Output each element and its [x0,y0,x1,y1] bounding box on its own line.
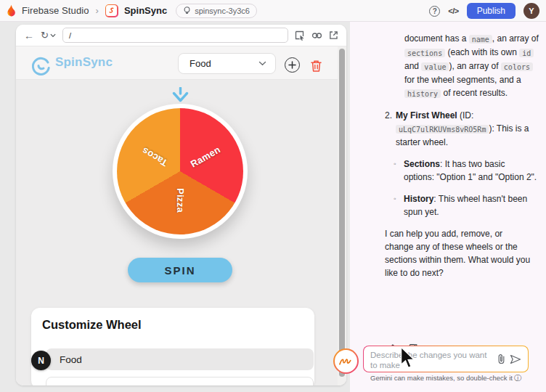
user-avatar[interactable]: Y [523,3,539,19]
code-toggle-icon[interactable]: </> [448,7,458,15]
preview-scrollbar-thumb[interactable] [339,49,345,377]
workspace-badge[interactable]: spinsync-3y3c6 [176,4,257,18]
app-name-title[interactable]: SpinSync [124,5,167,16]
attach-icon[interactable] [497,354,505,364]
wheel-segment-label: Tacos [140,145,170,168]
gemini-agent-avatar [333,348,359,374]
url-input[interactable]: / [62,28,288,43]
customize-wheel-card: Customize Wheel Food N [31,308,314,385]
customize-wheel-title: Customize Wheel [42,318,142,332]
chat-input[interactable]: Describe the changes you want to make [363,346,529,372]
brand-title[interactable]: Firebase Studio [22,5,89,16]
preview-scrollbar-track [338,46,346,385]
preview-area: ← ↻ / [0,22,350,392]
message-text: document has a name, an array of section… [404,33,539,98]
list-marker: 2. [385,109,396,149]
chat-message: ◦Sections: It has two basic options: "Op… [394,158,537,184]
preview-panel: ← ↻ / [16,25,346,385]
chat-input-placeholder: Describe the changes you want to make [370,350,492,370]
message-text: History: This wheel hasn't been spun yet… [404,192,537,219]
wheel-pointer-arrow-icon [172,87,189,105]
inspect-select-icon[interactable] [295,30,305,41]
back-icon[interactable]: ← [24,30,34,41]
firebase-logo-icon [6,4,16,17]
refresh-icon: ↻ [41,30,49,41]
refresh-button[interactable]: ↻ [41,30,56,41]
wheel-segment-label: Ramen [188,144,221,169]
workspace-badge-label: spinsync-3y3c6 [195,7,250,15]
link-icon[interactable] [311,31,322,40]
chat-message: document has a name, an array of section… [404,32,544,100]
wheel-segment-label: Pizza [175,188,186,213]
send-icon[interactable] [510,354,521,364]
mouse-cursor-icon [400,347,415,372]
top-bar: Firebase Studio › SpinSync spinsync-3y3c… [0,0,546,22]
publish-button[interactable]: Publish [467,3,516,19]
help-icon[interactable]: ? [429,6,440,17]
delete-wheel-button[interactable] [310,60,322,73]
chat-message: I can help you add, remove, or change an… [385,227,533,279]
section-input-partial[interactable] [46,377,314,385]
wheel-select-value: Food [190,58,211,69]
balloon-icon [183,7,191,15]
chat-message: 2.My First Wheel (ID: uLqC7ulRKUVms8vRO5… [385,109,534,149]
breadcrumb-separator-icon: › [96,5,99,16]
spinner-wheel[interactable]: RamenPizzaTacos [113,104,248,239]
preview-toolbar: ← ↻ / [16,25,346,46]
chat-message: ◦History: This wheel hasn't been spun ye… [394,192,537,219]
chat-messages: document has a name, an array of section… [385,32,542,288]
chevron-down-icon [50,33,56,38]
wheel-disc: RamenPizzaTacos [117,108,243,234]
message-text: Sections: It has two basic options: "Opt… [404,158,537,184]
list-marker: ◦ [394,158,404,184]
collaborator-badge: N [31,351,51,370]
spinsync-logo-icon [30,56,52,80]
chevron-down-icon [258,61,266,66]
open-external-icon[interactable] [329,30,338,40]
firebase-studio-window: Firebase Studio › SpinSync spinsync-3y3c… [0,0,546,392]
add-wheel-button[interactable] [285,57,300,73]
wheel-select[interactable]: Food [178,53,276,74]
app-title: SpinSync [55,55,113,70]
message-text: My First Wheel (ID: uLqC7ulRKUVms8vRO5Rm… [396,109,534,149]
info-icon: ⓘ [514,374,521,382]
message-text: I can help you add, remove, or change an… [385,229,530,278]
spin-button[interactable]: SPIN [128,258,232,282]
wheel-name-input[interactable]: Food [46,348,314,370]
gemini-disclaimer: Gemini can make mistakes, so double-chec… [360,373,531,383]
app-viewport: SpinSync Food RamenPizzaTacos [16,46,346,385]
spinsync-app-icon [105,4,118,17]
list-marker: ◦ [394,192,404,219]
chat-panel: document has a name, an array of section… [350,22,546,392]
breadcrumb: Firebase Studio › SpinSync spinsync-3y3c… [6,4,257,18]
